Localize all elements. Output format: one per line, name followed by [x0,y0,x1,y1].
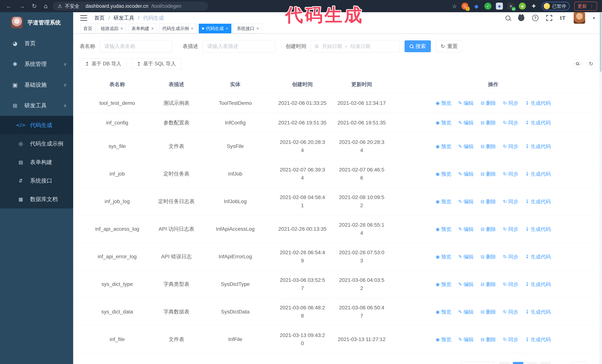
sync-link[interactable]: ↻ 同步 [503,308,518,316]
sync-link[interactable]: ↻ 同步 [503,253,518,261]
app-logo[interactable]: 芋道管理系统 [0,12,73,33]
edit-link[interactable]: ✎ 编辑 [458,280,474,289]
preview-link[interactable]: ◉ 预览 [436,170,451,178]
import-db-button[interactable]: ↥ 基于 DB 导入 [80,58,127,69]
github-icon[interactable] [518,15,524,21]
page-number-button[interactable]: 2 [527,362,537,364]
sync-link[interactable]: ↻ 同步 [503,119,518,127]
reload-button[interactable]: ↻ [32,3,37,10]
sync-link[interactable]: ↻ 同步 [503,142,518,151]
codegen[interactable]: </> 代码生成 [0,116,73,135]
import-sql-button[interactable]: ↥ 基于 SQL 导入 [131,58,181,69]
goto-page-input[interactable] [571,362,588,364]
tab-close-icon[interactable]: × [120,26,123,31]
delete-link[interactable]: ⊟ 删除 [481,335,496,344]
tab-close-icon[interactable]: × [256,26,259,31]
extension-icon-orange[interactable]: G1 [462,3,468,10]
extension-icon-green-bot[interactable]: ◈ [519,3,526,10]
edit-link[interactable]: ✎ 编辑 [458,119,474,127]
scrollbar-thumb[interactable] [600,13,602,72]
generate-code-link[interactable]: ↧ 生成代码 [525,253,551,261]
breadcrumb-home[interactable]: 首页 [94,14,105,21]
tab-item[interactable]: 代码生成 × [199,24,231,33]
tab-close-icon[interactable]: × [151,26,154,31]
page-scrollbar[interactable] [599,12,602,364]
preview-link[interactable]: ◉ 预览 [436,142,451,151]
tab-item[interactable]: 首页 [80,24,95,33]
tab-close-icon[interactable]: × [191,26,194,31]
preview-link[interactable]: ◉ 预览 [436,280,451,289]
tab-item[interactable]: 链路追踪 × [98,24,126,33]
reset-button[interactable]: ↻ 重置 [436,40,462,52]
generate-code-link[interactable]: ↧ 生成代码 [525,280,551,289]
fullscreen-icon[interactable] [546,15,552,21]
generate-code-link[interactable]: ↧ 生成代码 [525,119,551,127]
form-builder[interactable]: ▤ 表单构建 [0,153,73,171]
delete-link[interactable]: ⊟ 删除 [481,119,496,127]
date-range-picker[interactable]: ⊞ 开始日期 - 结束日期 [311,40,399,52]
prev-page-button[interactable]: ‹ [499,362,510,364]
dashboard[interactable]: ◕ 首页 [0,33,73,54]
edit-link[interactable]: ✎ 编辑 [458,170,474,178]
infrastructure[interactable]: ▣ 基础设施 ∨ [0,74,73,95]
dev-tools[interactable]: ⊞ 研发工具 ∧ [0,95,73,116]
generate-code-link[interactable]: ↧ 生成代码 [525,308,551,316]
edit-link[interactable]: ✎ 编辑 [458,142,474,151]
page-size-select[interactable]: 10条/页 ∨ [462,362,494,364]
generate-code-link[interactable]: ↧ 生成代码 [525,142,551,151]
edit-link[interactable]: ✎ 编辑 [458,99,474,107]
font-size-icon[interactable]: tT [560,15,566,21]
extension-icon-dark-on[interactable]: ≡on [507,3,514,10]
edit-link[interactable]: ✎ 编辑 [458,225,474,233]
next-page-button[interactable]: › [540,362,551,364]
delete-link[interactable]: ⊟ 删除 [481,198,496,206]
extension-icon-green-check[interactable]: ✓ [484,3,491,10]
start-date-placeholder[interactable]: 开始日期 [322,43,342,50]
search-button[interactable]: 搜索 [405,40,431,52]
delete-link[interactable]: ⊟ 删除 [481,170,496,178]
generate-code-link[interactable]: ↧ 生成代码 [525,170,551,178]
profile-paused-badge[interactable]: 已暂停 [542,2,570,10]
db-doc[interactable]: ▦ 数据库文档 [0,190,73,208]
browser-menu-icon[interactable]: ⋮ [589,4,594,8]
hamburger-icon[interactable] [80,15,87,21]
extension-icon-gem[interactable]: ◆ [473,3,480,10]
sync-link[interactable]: ↻ 同步 [503,225,518,233]
edit-link[interactable]: ✎ 编辑 [458,253,474,261]
back-button[interactable]: ← [6,3,12,10]
preview-link[interactable]: ◉ 预览 [436,119,451,127]
toggle-search-button[interactable] [573,59,582,68]
home-button[interactable]: ⌂ [44,3,48,10]
preview-link[interactable]: ◉ 预览 [436,99,451,107]
generate-code-link[interactable]: ↧ 生成代码 [525,225,551,233]
bookmark-star-icon[interactable]: ☆ [452,3,457,10]
extensions-puzzle-icon[interactable]: ✚ [530,3,537,10]
preview-link[interactable]: ◉ 预览 [436,335,451,344]
user-avatar[interactable] [574,12,585,24]
generate-code-link[interactable]: ↧ 生成代码 [525,99,551,107]
forward-button[interactable]: → [19,3,25,10]
preview-link[interactable]: ◉ 预览 [436,308,451,316]
search-icon[interactable] [505,16,510,20]
end-date-placeholder[interactable]: 结束日期 [350,43,370,50]
refresh-table-button[interactable]: ↻ [587,59,595,68]
delete-link[interactable]: ⊟ 删除 [481,308,496,316]
tab-item[interactable]: 系统接口 × [234,24,262,33]
system-management[interactable]: ✱ 系统管理 ∨ [0,54,73,74]
sync-link[interactable]: ↻ 同步 [503,198,518,206]
extension-icon-grid[interactable]: ◆ [496,3,503,10]
delete-link[interactable]: ⊟ 删除 [481,99,496,107]
codegen-example[interactable]: ◎ 代码生成示例 [0,135,73,153]
generate-code-link[interactable]: ↧ 生成代码 [525,198,551,206]
address-bar[interactable]: ⚠ 不安全 dashboard.yudao.iocoder.cn/tool/co… [53,2,208,10]
system-api[interactable]: ⇵ 系统接口 [0,171,73,190]
preview-link[interactable]: ◉ 预览 [436,225,451,233]
help-icon[interactable]: ? [532,15,538,21]
edit-link[interactable]: ✎ 编辑 [458,308,474,316]
sync-link[interactable]: ↻ 同步 [503,280,518,289]
sync-link[interactable]: ↻ 同步 [503,170,518,178]
browser-update-button[interactable]: 更新 ⋮ [574,2,597,11]
edit-link[interactable]: ✎ 编辑 [458,335,474,344]
tab-close-icon[interactable]: × [226,26,228,31]
table-desc-input[interactable] [203,40,275,52]
